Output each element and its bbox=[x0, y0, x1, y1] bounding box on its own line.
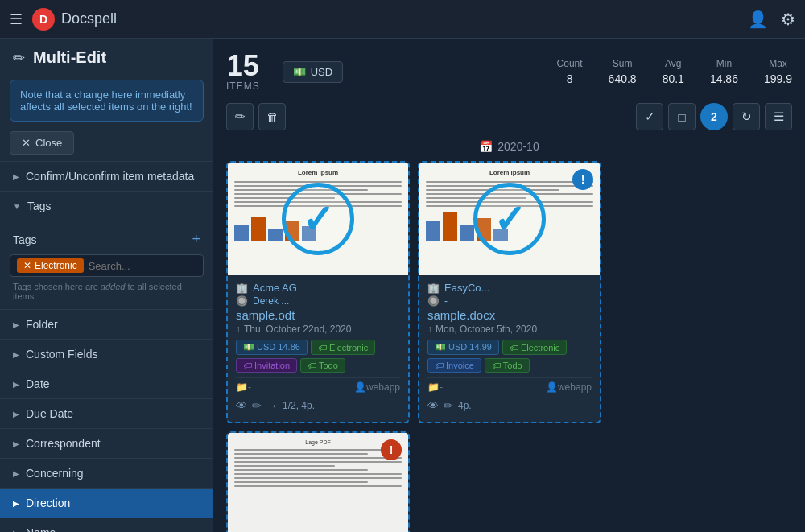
upload-icon-2: ↑ bbox=[427, 324, 432, 335]
list-view-button[interactable]: ☰ bbox=[765, 103, 792, 130]
card-actions-2: 👁 ✏ 4p. bbox=[427, 396, 592, 415]
person-icon-2: 🔘 bbox=[427, 295, 440, 307]
refresh-button[interactable]: ↻ bbox=[733, 103, 760, 130]
notice-box: Note that a change here immediatly affec… bbox=[10, 80, 204, 122]
select-button[interactable]: □ bbox=[668, 103, 696, 130]
sidebar-section-direction-header[interactable]: ▶ Direction bbox=[0, 489, 213, 518]
items-number: 15 bbox=[226, 52, 260, 80]
confirm-button[interactable]: ✓ bbox=[636, 103, 663, 130]
sidebar-section-folder-header[interactable]: ▶ Folder bbox=[0, 310, 213, 339]
currency-badge[interactable]: 💵 USD bbox=[283, 61, 343, 83]
building-icon-1: 🏢 bbox=[236, 282, 248, 294]
card-tags-2: 💵 USD 14.99 🏷 Electronic 🏷 Invoice 🏷 Tod… bbox=[427, 340, 592, 373]
chevron-down-icon: ▼ bbox=[13, 202, 21, 211]
sidebar-header: ✏ Multi-Edit bbox=[0, 39, 213, 76]
sidebar-section-folder: ▶ Folder bbox=[0, 309, 213, 339]
alert-badge-3: ! bbox=[381, 439, 402, 460]
tags-label-row: Tags + bbox=[10, 228, 204, 254]
tag-badge-electronic[interactable]: ✕ Electronic bbox=[17, 258, 84, 273]
sidebar: ✏ Multi-Edit Note that a change here imm… bbox=[0, 39, 213, 532]
sidebar-section-concerning: ▶ Concerning bbox=[0, 458, 213, 488]
eye-icon-2[interactable]: 👁 bbox=[427, 399, 439, 412]
tag-todo-1[interactable]: 🏷 Todo bbox=[300, 358, 345, 373]
tag-search-input[interactable] bbox=[89, 260, 213, 272]
settings-icon[interactable]: ⚙ bbox=[781, 10, 795, 29]
tags-add-icon[interactable]: + bbox=[192, 231, 200, 248]
tag-remove-icon[interactable]: ✕ bbox=[23, 260, 31, 271]
tag-invoice-2[interactable]: 🏷 Invoice bbox=[427, 358, 481, 373]
card-contact-row-1: 🔘 Derek ... bbox=[236, 295, 400, 307]
chevron-right-icon-7: ▶ bbox=[13, 469, 19, 478]
close-button[interactable]: ✕ Close bbox=[10, 131, 74, 155]
card-tags-1: 💵 USD 14.86 🏷 Electronic 🏷 Invitation 🏷 … bbox=[236, 340, 400, 373]
card-filename-2[interactable]: sample.docx bbox=[427, 308, 592, 322]
card-folder-1: - bbox=[248, 381, 251, 393]
sidebar-section-custom-fields-header[interactable]: ▶ Custom Fields bbox=[0, 340, 213, 369]
tag-electronic-2[interactable]: 🏷 Electronic bbox=[502, 340, 567, 355]
tag-invitation-1[interactable]: 🏷 Invitation bbox=[236, 358, 297, 373]
upload-icon-1: ↑ bbox=[236, 324, 241, 335]
card-pages-1: 1/2, 4p. bbox=[283, 400, 315, 411]
app-title: Docspell bbox=[61, 10, 117, 27]
calendar-icon: 📅 bbox=[479, 140, 493, 153]
card-correspondent-2: EasyCo... bbox=[444, 282, 489, 294]
sidebar-section-due-date-header[interactable]: ▶ Due Date bbox=[0, 399, 213, 428]
chevron-right-icon-3: ▶ bbox=[13, 350, 19, 359]
close-x-icon: ✕ bbox=[22, 137, 31, 149]
sidebar-section-tags: ▼ Tags Tags + ✕ Electronic ▼ Tags ch bbox=[0, 191, 213, 309]
sidebar-section-name-header[interactable]: ▶ Name bbox=[0, 518, 213, 532]
tags-hint: Tags chosen here are added to all select… bbox=[10, 277, 204, 303]
chevron-right-icon: ▶ bbox=[13, 172, 19, 181]
card-actions-1: 👁 ✏ → 1/2, 4p. bbox=[236, 396, 400, 415]
upload-icon-f1: 👤 bbox=[354, 381, 366, 393]
check-overlay-2: ✓ bbox=[473, 183, 546, 255]
edit-button[interactable]: ✏ bbox=[226, 103, 254, 130]
tags-label: Tags bbox=[13, 233, 37, 246]
card-filename-1[interactable]: sample.odt bbox=[236, 308, 400, 322]
card-footer-2: 📁 - 👤 webapp bbox=[427, 377, 592, 396]
sidebar-section-custom-fields: ▶ Custom Fields bbox=[0, 339, 213, 369]
card-contact-2: - bbox=[444, 295, 448, 307]
delete-button[interactable]: 🗑 bbox=[258, 103, 286, 130]
card-sample-odt: Lorem ipsum bbox=[226, 161, 410, 423]
person-icon-1: 🔘 bbox=[236, 295, 248, 307]
sidebar-section-concerning-header[interactable]: ▶ Concerning bbox=[0, 459, 213, 488]
badge-button[interactable]: 2 bbox=[700, 103, 728, 130]
user-icon[interactable]: 👤 bbox=[748, 10, 768, 29]
sidebar-section-due-date: ▶ Due Date bbox=[0, 398, 213, 428]
date-section-2020-10: 📅 2020-10 bbox=[226, 140, 792, 153]
edit-icon-1[interactable]: ✏ bbox=[252, 399, 262, 412]
card-date-2: ↑ Mon, October 5th, 2020 bbox=[427, 324, 592, 335]
stat-sum: Sum 640.8 bbox=[609, 58, 637, 85]
tag-electronic-1[interactable]: 🏷 Electronic bbox=[311, 340, 375, 355]
card-body-1: 🏢 Acme AG 🔘 Derek ... sample.odt ↑ Thu, … bbox=[228, 275, 408, 422]
main-layout: ✏ Multi-Edit Note that a change here imm… bbox=[0, 39, 805, 532]
eye-icon-1[interactable]: 👁 bbox=[236, 399, 247, 412]
upload-icon-f2: 👤 bbox=[546, 381, 558, 393]
content-area: 15 ITEMS 💵 USD Count 8 Sum 640.8 Avg 80.… bbox=[213, 39, 805, 532]
tags-section: Tags + ✕ Electronic ▼ Tags chosen here a… bbox=[0, 221, 213, 309]
sidebar-section-date: ▶ Date bbox=[0, 369, 213, 398]
card-uploader-1: webapp bbox=[366, 381, 400, 393]
sidebar-section-tags-header[interactable]: ▼ Tags bbox=[0, 192, 213, 221]
tag-todo-2[interactable]: 🏷 Todo bbox=[485, 358, 530, 373]
building-icon-2: 🏢 bbox=[427, 282, 440, 294]
card-correspondent-1: Acme AG bbox=[253, 282, 297, 294]
currency-icon: 💵 bbox=[293, 66, 306, 78]
tags-input-row[interactable]: ✕ Electronic ▼ bbox=[10, 254, 204, 277]
sidebar-section-confirm-header[interactable]: ▶ Confirm/Unconfirm item metadata bbox=[0, 162, 213, 191]
card-contact-1: Derek ... bbox=[253, 295, 289, 307]
tag-usd-2[interactable]: 💵 USD 14.99 bbox=[427, 340, 499, 355]
stats-table: Count 8 Sum 640.8 Avg 80.1 Min 14.86 Max bbox=[557, 58, 792, 85]
edit-icon-2[interactable]: ✏ bbox=[444, 399, 453, 412]
card-correspondent-row-2: 🏢 EasyCo... bbox=[427, 282, 592, 294]
top-nav: ☰ D Docspell 👤 ⚙ bbox=[0, 0, 805, 39]
tag-usd-1[interactable]: 💵 USD 14.86 bbox=[236, 340, 308, 355]
card-date-1: ↑ Thu, October 22nd, 2020 bbox=[236, 324, 400, 335]
sidebar-section-date-header[interactable]: ▶ Date bbox=[0, 369, 213, 398]
stat-min: Min 14.86 bbox=[710, 58, 738, 85]
menu-icon[interactable]: ☰ bbox=[10, 10, 23, 28]
arrow-icon-1[interactable]: → bbox=[266, 399, 278, 412]
sidebar-section-correspondent-header[interactable]: ▶ Correspondent bbox=[0, 429, 213, 458]
card-sample-docx: Lorem ipsum bbox=[418, 161, 601, 423]
